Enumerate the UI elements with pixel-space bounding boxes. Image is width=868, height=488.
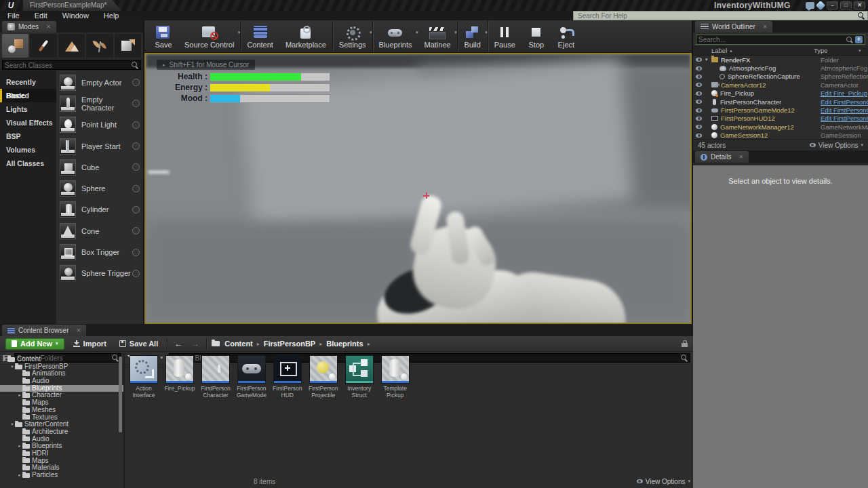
mode-category[interactable]: Recently Placed: [0, 75, 56, 89]
toolbar-button[interactable]: Settings ▾: [332, 20, 372, 52]
placeable-item[interactable]: Empty Actor: [56, 72, 143, 93]
visibility-eye-icon[interactable]: [696, 83, 702, 87]
tab-content-browser[interactable]: Content Browser ✕: [2, 325, 86, 336]
visibility-eye-icon[interactable]: [696, 66, 702, 70]
placeable-item[interactable]: Player Start: [56, 136, 143, 157]
expander-icon[interactable]: ▾: [9, 363, 15, 371]
outliner-row[interactable]: Fire_Pickup Edit Fire_Pickup: [693, 89, 868, 98]
drag-grid-icon[interactable]: [132, 206, 140, 214]
drag-grid-icon[interactable]: [132, 227, 140, 235]
outliner-row[interactable]: FirstPersonCharacter Edit FirstPersonC: [693, 98, 868, 106]
search-classes-box[interactable]: [2, 60, 141, 70]
outliner-view-options[interactable]: View Options ▾: [810, 142, 863, 149]
visibility-eye-icon[interactable]: [696, 58, 702, 62]
placeable-item[interactable]: Empty Character: [56, 93, 143, 114]
asset-item[interactable]: FirstPerson HUD: [272, 355, 303, 399]
placeable-item[interactable]: Cylinder: [56, 199, 143, 220]
help-search-input[interactable]: [574, 12, 858, 20]
tree-scrollbar[interactable]: [119, 357, 122, 432]
lock-icon[interactable]: [682, 343, 688, 347]
folder-tree-item[interactable]: HDRI: [0, 450, 123, 458]
toolbar-button[interactable]: Stop: [521, 20, 551, 52]
drag-grid-icon[interactable]: [132, 249, 140, 256]
expander-icon[interactable]: ▸: [17, 472, 22, 479]
toolbar-button[interactable]: Pause: [488, 20, 521, 52]
expander-icon[interactable]: ▸: [17, 392, 22, 399]
folder-tree-item[interactable]: ▸ Character: [0, 392, 123, 399]
visibility-eye-icon[interactable]: [696, 92, 702, 96]
breadcrumb-item[interactable]: FirstPersonBP: [264, 340, 315, 348]
folder-tree-item[interactable]: ▸ Particles: [0, 472, 123, 479]
placeable-item[interactable]: Cone: [56, 220, 143, 241]
placeable-item[interactable]: Cube: [56, 157, 143, 178]
outliner-search-box[interactable]: +: [696, 35, 865, 45]
visibility-eye-icon[interactable]: [696, 75, 702, 79]
mode-category[interactable]: Visual Effects: [0, 116, 56, 129]
column-header-label[interactable]: Label: [711, 47, 727, 54]
toolbar-button[interactable]: Build ▾: [457, 20, 488, 52]
close-icon[interactable]: ✕: [739, 154, 744, 160]
search-classes-input[interactable]: [5, 62, 132, 69]
toolbar-button[interactable]: Blueprints ▾: [372, 20, 418, 52]
outliner-row[interactable]: GameNetworkManager12 GameNetworkMan: [693, 123, 868, 131]
mode-category[interactable]: BSP: [0, 129, 56, 143]
mode-tool-tab[interactable]: [2, 34, 28, 58]
menu-item[interactable]: Window: [55, 11, 96, 20]
mode-tool-tab[interactable]: [30, 34, 56, 58]
mode-tool-tab[interactable]: [86, 34, 113, 58]
folder-tree-item[interactable]: Maps: [0, 399, 123, 407]
mode-tool-tab[interactable]: [58, 34, 85, 58]
menu-item[interactable]: Edit: [27, 11, 55, 20]
outliner-row[interactable]: CameraActor12 CameraActor: [693, 81, 868, 89]
add-icon[interactable]: +: [855, 36, 863, 43]
outliner-row[interactable]: FirstPersonGameMode12 Edit FirstPersonG: [693, 106, 868, 114]
game-viewport[interactable]: ▸ Shift+F1 for Mouse Cursor Health : Ene…: [144, 53, 692, 324]
folder-tree-item[interactable]: ▸ Blueprints: [0, 443, 123, 450]
outliner-row[interactable]: FirstPersonHUD12 Edit FirstPersonH: [693, 115, 868, 123]
outliner-row[interactable]: AtmosphericFog AtmosphericFog: [693, 64, 868, 72]
asset-item[interactable]: Action Interface: [128, 355, 159, 399]
expander-icon[interactable]: ▾: [705, 57, 711, 62]
folder-tree-item[interactable]: Materials: [0, 464, 123, 472]
window-control-button[interactable]: ✕: [854, 1, 865, 9]
visibility-eye-icon[interactable]: [696, 134, 702, 138]
expander-icon[interactable]: ▸: [17, 443, 22, 450]
window-control-button[interactable]: □: [840, 1, 852, 9]
asset-item[interactable]: Inventory Struct: [344, 355, 375, 399]
drag-grid-icon[interactable]: [132, 79, 140, 86]
asset-item[interactable]: Fire_Pickup: [164, 355, 195, 392]
menu-item[interactable]: Help: [96, 11, 127, 20]
visibility-eye-icon[interactable]: [696, 125, 702, 129]
tab-modes[interactable]: Modes ✕: [2, 21, 56, 33]
asset-item[interactable]: Template Pickup: [380, 355, 411, 399]
mode-category[interactable]: Volumes: [0, 143, 56, 157]
placeable-item[interactable]: Sphere Trigger: [56, 263, 143, 284]
placeable-item[interactable]: Sphere: [56, 178, 143, 199]
placeable-item[interactable]: Point Light: [56, 115, 143, 136]
column-header-type[interactable]: Type: [814, 47, 859, 54]
help-search-bar[interactable]: [573, 11, 868, 20]
drag-grid-icon[interactable]: [132, 270, 140, 277]
window-control-button[interactable]: –: [827, 1, 838, 9]
save-all-button[interactable]: Save All: [115, 340, 162, 348]
tab-details[interactable]: Details ✕: [695, 151, 749, 163]
marketplace-gem-icon[interactable]: [816, 1, 825, 10]
drag-grid-icon[interactable]: [132, 121, 140, 129]
chevron-down-icon[interactable]: ▾: [859, 48, 868, 54]
outliner-search-input[interactable]: [698, 36, 844, 43]
asset-item[interactable]: FirstPerson Projectile: [308, 355, 339, 399]
placeable-item[interactable]: Box Trigger: [56, 241, 143, 262]
breadcrumb-item[interactable]: Blueprints: [326, 340, 363, 348]
tab-world-outliner[interactable]: World Outliner ✕: [695, 21, 772, 33]
breadcrumb-item[interactable]: Content: [224, 340, 253, 348]
toolbar-button[interactable]: Save: [149, 20, 178, 52]
toolbar-button[interactable]: Source Control ▾: [178, 20, 240, 52]
folder-tree-item[interactable]: Audio: [0, 378, 123, 385]
feedback-icon[interactable]: [806, 2, 814, 9]
import-button[interactable]: Import: [69, 340, 111, 348]
folder-tree-item[interactable]: Architecture: [0, 428, 123, 436]
toolbar-button[interactable]: Matinee ▾: [418, 20, 457, 52]
content-view-options[interactable]: View Options ▾: [637, 478, 690, 485]
folder-tree-item[interactable]: Maps: [0, 458, 123, 465]
drag-grid-icon[interactable]: [132, 163, 140, 171]
